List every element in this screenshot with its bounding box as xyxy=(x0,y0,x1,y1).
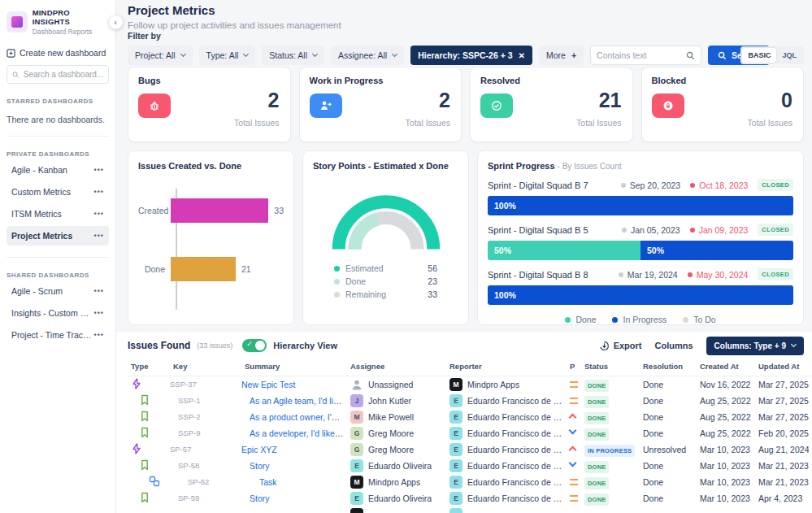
issue-link[interactable]: Epic XYZ xyxy=(241,445,277,454)
table-row[interactable]: SP-57 Epic XYZ GGreg Moore EEduardo Fran… xyxy=(128,441,812,458)
legend-dot xyxy=(612,317,618,323)
filter-more-button[interactable]: More+ xyxy=(539,46,584,65)
private-section-label: PRIVATE DASHBOARDS xyxy=(7,150,109,158)
contains-text-field[interactable] xyxy=(590,46,701,65)
table-row[interactable]: SSP-37 New Epic Test Unassigned MMindpro… xyxy=(128,376,812,393)
close-icon[interactable]: ✕ xyxy=(519,51,525,60)
issue-link[interactable]: As a developer, I'd like to up... xyxy=(250,428,347,438)
table-header-row: Type Key Summary Assignee Reporter P Sta… xyxy=(128,359,812,376)
stat-card-bugs: Bugs 2 Total Issues xyxy=(128,67,291,142)
more-menu-icon[interactable]: ••• xyxy=(94,166,104,174)
more-menu-icon[interactable]: ••• xyxy=(94,331,104,339)
sidebar-item-insights-custom[interactable]: Insights - Custom Metric...••• xyxy=(7,303,109,323)
table-row[interactable]: SSP-1 As an Agile team, I'd like to l...… xyxy=(128,393,812,409)
mode-basic[interactable]: BASIC xyxy=(742,48,776,63)
more-menu-icon[interactable]: ••• xyxy=(94,232,104,240)
issue-link[interactable]: As an Agile team, I'd like to l... xyxy=(250,396,347,406)
avatar xyxy=(350,378,363,391)
filter-hierarchy-chip[interactable]: Hierarchy: SSPC-26 + 3✕ xyxy=(410,46,532,65)
legend-dot xyxy=(334,279,340,285)
chevron-down-icon xyxy=(791,341,797,347)
sidebar-item-project-time-tracking[interactable]: Project - Time Tracking••• xyxy=(7,325,109,345)
more-menu-icon[interactable]: ••• xyxy=(94,210,104,218)
hierarchy-view-toggle[interactable]: ✓ xyxy=(242,339,267,352)
sprint-status-badge: CLOSED xyxy=(758,268,793,280)
status-badge: DONE xyxy=(584,493,609,506)
issues-count: (33 issues) xyxy=(197,341,232,350)
table-row[interactable]: SP-58 Story EEduardo Oliveira EEduardo F… xyxy=(128,458,812,474)
sidebar-item-agile-kanban[interactable]: Agile - Kanban••• xyxy=(7,160,109,180)
legend-dot xyxy=(334,266,340,272)
status-badge: DONE xyxy=(584,477,609,489)
sidebar-item-custom-metrics[interactable]: Custom Metrics••• xyxy=(7,182,109,202)
legend-dot xyxy=(565,317,571,323)
avatar xyxy=(350,508,363,513)
divider xyxy=(7,257,109,258)
legend-dot xyxy=(334,292,340,298)
avatar: J xyxy=(350,394,363,407)
story-icon xyxy=(139,394,150,406)
more-menu-icon[interactable]: ••• xyxy=(94,188,104,196)
issue-link[interactable]: New Epic Test xyxy=(241,380,295,389)
sprint-status-badge: CLOSED xyxy=(758,224,793,236)
avatar: M xyxy=(350,411,363,424)
plus-board-icon xyxy=(7,49,15,58)
chevron-down-icon xyxy=(180,51,186,57)
sidebar-item-agile-scrum[interactable]: Agile - Scrum••• xyxy=(7,281,109,301)
story-icon xyxy=(139,459,150,471)
gauge-legend: Estimated56 Done23 Remaining33 xyxy=(313,263,458,299)
sidebar-collapse-button[interactable]: ‹ xyxy=(109,15,123,29)
status-badge: DONE xyxy=(584,428,609,441)
filter-status[interactable]: Status: All xyxy=(262,46,324,65)
avatar: G xyxy=(350,443,363,456)
sprint-progress-bar: 100% xyxy=(488,285,793,305)
create-dashboard-button[interactable]: Create new dashboard xyxy=(7,48,109,58)
sprint-row: Sprint - Digital Squad B 8 Mar 19, 2024 … xyxy=(488,268,793,305)
sidebar: MINDPRO INSIGHTS Dashboard Reports Creat… xyxy=(0,0,116,513)
issue-link[interactable]: Story xyxy=(250,461,270,471)
dashboard-search-input[interactable] xyxy=(24,70,103,79)
starred-section-label: STARRED DASHBOARDS xyxy=(7,98,109,105)
more-menu-icon[interactable]: ••• xyxy=(94,287,104,295)
avatar: E xyxy=(449,427,462,440)
end-date-dot xyxy=(690,228,695,233)
filter-assignee[interactable]: Assignee: All xyxy=(331,46,404,65)
issue-link[interactable]: As a product owner, I'd like t... xyxy=(250,412,347,422)
sidebar-item-itsm-metrics[interactable]: ITSM Metrics••• xyxy=(7,204,109,224)
table-row-partial[interactable] xyxy=(128,506,812,513)
dashboard-search[interactable] xyxy=(7,65,109,84)
filter-type[interactable]: Type: All xyxy=(199,46,256,65)
story-icon xyxy=(139,411,150,422)
search-icon xyxy=(12,71,20,79)
filter-bar: Filter by Project: All Type: All Status:… xyxy=(128,31,804,65)
issue-link[interactable]: Story xyxy=(250,493,270,503)
gauge-chart xyxy=(313,179,458,259)
avatar: E xyxy=(449,476,462,489)
bar-created: Created 33 xyxy=(138,198,284,223)
bug-icon xyxy=(138,93,171,118)
table-row[interactable]: SP-62 Task MMindpro Apps EEduardo Franci… xyxy=(128,474,812,490)
contains-text-input[interactable] xyxy=(597,50,682,60)
page-title: Project Metrics xyxy=(128,3,341,17)
table-row[interactable]: SSP-9 As a developer, I'd like to up... … xyxy=(128,425,812,441)
table-row[interactable]: SP-59 Story EEduardo Oliveira EEduardo F… xyxy=(128,490,812,506)
table-row[interactable]: SSP-2 As a product owner, I'd like t... … xyxy=(128,409,812,425)
sidebar-item-project-metrics[interactable]: Project Metrics••• xyxy=(7,226,109,246)
sprint-row: Sprint - Digital Squad B 7 Sep 20, 2023 … xyxy=(488,179,793,215)
priority-low-icon xyxy=(569,427,577,435)
start-date-dot xyxy=(622,228,627,233)
more-menu-icon[interactable]: ••• xyxy=(94,309,104,317)
issue-link[interactable]: Task xyxy=(259,477,277,487)
status-badge: DONE xyxy=(584,396,609,408)
export-button[interactable]: Export xyxy=(599,341,642,351)
sprint-progress-bar: 100% xyxy=(488,196,793,215)
columns-button[interactable]: Columns xyxy=(654,341,693,350)
mode-jql[interactable]: JQL xyxy=(776,48,802,63)
filter-project[interactable]: Project: All xyxy=(128,46,193,65)
panel-sprint-progress: Sprint Progress - By Issues Count Sprint… xyxy=(477,150,804,325)
brand-subtitle: Dashboard Reports xyxy=(33,28,109,36)
columns-dropdown[interactable]: Columns: Type + 9 xyxy=(706,337,804,355)
stat-card-blocked: Blocked 0 Total Issues xyxy=(641,67,805,142)
starred-empty-text: There are no dashboards. xyxy=(7,115,109,124)
avatar: E xyxy=(350,492,363,505)
